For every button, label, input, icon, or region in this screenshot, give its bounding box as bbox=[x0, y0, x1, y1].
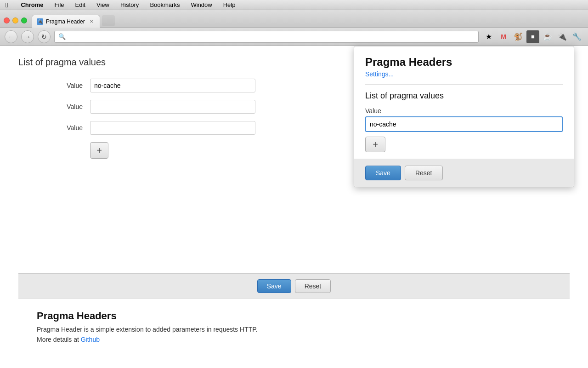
menu-bar:  Chrome File Edit View History Bookmark… bbox=[0, 0, 588, 10]
value-label-1: Value bbox=[55, 82, 83, 89]
url-input[interactable] bbox=[68, 33, 475, 40]
bottom-title: Pragma Headers bbox=[37, 310, 551, 322]
value-input-1[interactable] bbox=[90, 79, 255, 92]
popup-form: Value + bbox=[365, 107, 563, 152]
menu-file[interactable]: File bbox=[53, 1, 66, 9]
page-bottom: Pragma Headers Pragma Header is a simple… bbox=[18, 299, 570, 357]
minimize-button[interactable] bbox=[12, 17, 18, 23]
popup-title: Pragma Headers bbox=[365, 56, 563, 69]
menu-chrome[interactable]: Chrome bbox=[19, 1, 45, 9]
save-button[interactable]: Save bbox=[257, 279, 291, 293]
menu-bookmarks[interactable]: Bookmarks bbox=[148, 1, 181, 9]
browser-tab[interactable]: 🔌 Pragma Header ✕ bbox=[32, 15, 100, 28]
value-label-2: Value bbox=[55, 103, 83, 110]
value-input-2[interactable] bbox=[90, 100, 255, 114]
menu-view[interactable]: View bbox=[95, 1, 111, 9]
reload-button[interactable]: ↻ bbox=[38, 30, 51, 43]
tab-title: Pragma Header bbox=[46, 18, 85, 25]
toolbar-icons: ★ M 🐒 ■ ☕ 🔌 🔧 bbox=[482, 30, 583, 43]
back-button[interactable]: ← bbox=[5, 30, 17, 43]
reset-button[interactable]: Reset bbox=[295, 279, 331, 293]
extension2-icon[interactable]: ■ bbox=[526, 30, 539, 43]
popup-footer: Save Reset bbox=[354, 159, 574, 187]
value-input-3[interactable] bbox=[90, 121, 255, 135]
tab-favicon: 🔌 bbox=[37, 18, 43, 25]
toolbar: ← → ↻ 🔍 ★ M 🐒 ■ ☕ 🔌 🔧 bbox=[0, 28, 588, 46]
title-bar: 🔌 Pragma Header ✕ bbox=[0, 10, 588, 28]
menu-help[interactable]: Help bbox=[221, 1, 237, 9]
settings-icon[interactable]: 🔧 bbox=[571, 30, 583, 43]
form-footer: Save Reset bbox=[18, 273, 570, 299]
extension4-icon[interactable]: 🔌 bbox=[556, 30, 569, 43]
new-tab-button[interactable] bbox=[102, 15, 115, 26]
github-link[interactable]: Github bbox=[81, 336, 100, 343]
add-value-button[interactable]: + bbox=[90, 142, 108, 159]
search-icon: 🔍 bbox=[58, 33, 66, 40]
menu-edit[interactable]: Edit bbox=[74, 1, 87, 9]
popup-settings-link[interactable]: Settings... bbox=[365, 70, 563, 78]
extension1-icon[interactable]: 🐒 bbox=[512, 30, 525, 43]
popup-add-button[interactable]: + bbox=[365, 137, 385, 152]
apple-menu[interactable]:  bbox=[4, 0, 10, 9]
popup-divider bbox=[365, 84, 563, 85]
popup-form-field: Value bbox=[365, 107, 563, 132]
tab-close-button[interactable]: ✕ bbox=[88, 18, 95, 25]
popup-value-input[interactable] bbox=[365, 116, 563, 132]
popup-reset-button[interactable]: Reset bbox=[405, 166, 443, 180]
popup-save-button[interactable]: Save bbox=[365, 166, 401, 180]
menu-window[interactable]: Window bbox=[189, 1, 214, 9]
menu-history[interactable]: History bbox=[119, 1, 141, 9]
gmail-icon[interactable]: M bbox=[497, 30, 510, 43]
bottom-description: Pragma Header is a simple extension to a… bbox=[37, 326, 551, 333]
window-controls bbox=[4, 17, 27, 23]
bottom-more-details: More details at Github bbox=[37, 336, 551, 343]
popup-list-title: List of pragma values bbox=[365, 91, 563, 101]
popup-value-label: Value bbox=[365, 107, 563, 115]
popup-panel: Pragma Headers Settings... List of pragm… bbox=[354, 46, 574, 187]
value-label-3: Value bbox=[55, 124, 83, 132]
maximize-button[interactable] bbox=[21, 17, 27, 23]
page-content: List of pragma values Value Value Value … bbox=[0, 46, 588, 368]
bookmark-icon[interactable]: ★ bbox=[482, 30, 495, 43]
address-bar[interactable]: 🔍 bbox=[54, 31, 479, 43]
extension3-icon[interactable]: ☕ bbox=[541, 30, 554, 43]
close-button[interactable] bbox=[4, 17, 10, 23]
forward-button[interactable]: → bbox=[21, 30, 34, 43]
